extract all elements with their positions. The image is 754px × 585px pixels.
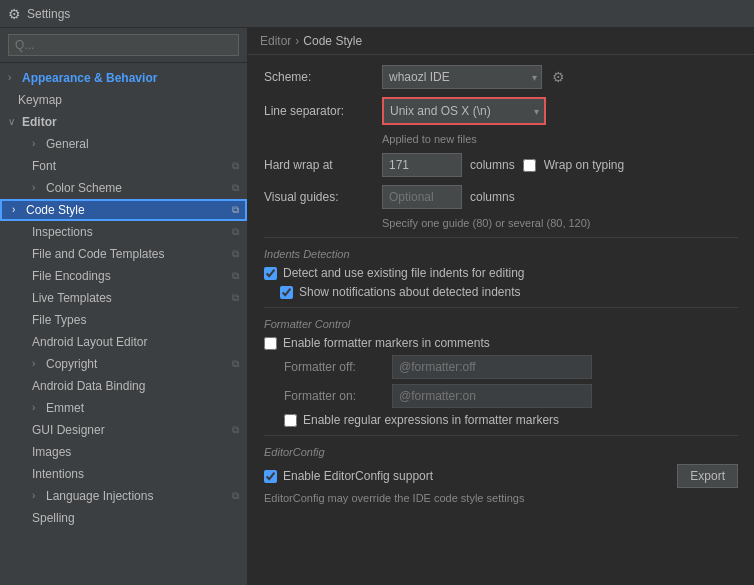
line-separator-label: Line separator: — [264, 104, 374, 118]
sidebar-item-keymap[interactable]: Keymap — [0, 89, 247, 111]
window-icon: ⚙ — [8, 6, 21, 22]
sidebar-item-appearance[interactable]: › Appearance & Behavior — [0, 67, 247, 89]
hard-wrap-row: Hard wrap at columns Wrap on typing — [264, 153, 738, 177]
detect-indents-label: Detect and use existing file indents for… — [283, 266, 524, 280]
copy-icon: ⧉ — [232, 355, 239, 373]
scheme-label: Scheme: — [264, 70, 374, 84]
sidebar-item-inspections[interactable]: Inspections ⧉ — [0, 221, 247, 243]
line-separator-select[interactable]: Unix and OS X (\n) — [384, 99, 544, 123]
sidebar-item-images[interactable]: Images — [0, 441, 247, 463]
show-notifications-checkbox[interactable] — [280, 286, 293, 299]
sidebar-item-file-code-templates[interactable]: File and Code Templates ⧉ — [0, 243, 247, 265]
hard-wrap-label: Hard wrap at — [264, 158, 374, 172]
copy-icon: ⧉ — [232, 421, 239, 439]
visual-guides-note: Specify one guide (80) or several (80, 1… — [382, 217, 738, 229]
copy-icon: ⧉ — [232, 267, 239, 285]
sidebar-item-language-injections[interactable]: › Language Injections ⧉ — [0, 485, 247, 507]
export-button[interactable]: Export — [677, 464, 738, 488]
copy-icon: ⧉ — [232, 487, 239, 505]
sidebar-item-font[interactable]: Font ⧉ — [0, 155, 247, 177]
search-input[interactable] — [8, 34, 239, 56]
wrap-on-typing-checkbox[interactable] — [523, 159, 536, 172]
columns-label: columns — [470, 158, 515, 172]
copy-icon: ⧉ — [232, 179, 239, 197]
copy-icon: ⧉ — [232, 223, 239, 241]
breadcrumb: Editor › Code Style — [248, 28, 754, 55]
formatter-on-input[interactable] — [392, 384, 592, 408]
editorconfig-row: Enable EditorConfig support Export — [264, 464, 738, 488]
chevron-down-icon: ∨ — [8, 113, 18, 131]
enable-formatter-row: Enable formatter markers in comments — [264, 336, 738, 350]
regex-formatter-checkbox[interactable] — [284, 414, 297, 427]
enable-editorconfig-checkbox[interactable] — [264, 470, 277, 483]
chevron-right-icon: › — [8, 69, 18, 87]
sidebar-item-editor[interactable]: ∨ Editor — [0, 111, 247, 133]
sidebar-label: Editor — [22, 113, 57, 131]
regex-formatter-label: Enable regular expressions in formatter … — [303, 413, 559, 427]
sidebar-item-spelling[interactable]: Spelling — [0, 507, 247, 529]
copy-icon: ⧉ — [232, 157, 239, 175]
sidebar-item-copyright[interactable]: › Copyright ⧉ — [0, 353, 247, 375]
formatter-on-label: Formatter on: — [284, 389, 384, 403]
detect-indents-checkbox[interactable] — [264, 267, 277, 280]
line-separator-row: Line separator: Unix and OS X (\n) — [264, 97, 738, 125]
sidebar-item-file-encodings[interactable]: File Encodings ⧉ — [0, 265, 247, 287]
sidebar-label: Inspections — [32, 223, 93, 241]
sidebar-label: File Types — [32, 311, 86, 329]
visual-guides-row: Visual guides: columns — [264, 185, 738, 209]
sidebar-label: Images — [32, 443, 71, 461]
visual-guides-input[interactable] — [382, 185, 462, 209]
scheme-gear-button[interactable]: ⚙ — [548, 67, 569, 87]
sidebar-item-emmet[interactable]: › Emmet — [0, 397, 247, 419]
copy-icon: ⧉ — [232, 201, 239, 219]
chevron-right-icon: › — [32, 179, 42, 197]
sidebar-item-live-templates[interactable]: Live Templates ⧉ — [0, 287, 247, 309]
sidebar-label: Spelling — [32, 509, 75, 527]
scheme-select[interactable]: whaozl IDE — [382, 65, 542, 89]
editorconfig-title: EditorConfig — [264, 446, 738, 458]
sidebar-label: Font — [32, 157, 56, 175]
sidebar-item-android-data-binding[interactable]: Android Data Binding — [0, 375, 247, 397]
chevron-right-icon: › — [12, 201, 22, 219]
chevron-right-icon: › — [32, 135, 42, 153]
detect-indents-row: Detect and use existing file indents for… — [264, 266, 738, 280]
formatter-off-label: Formatter off: — [284, 360, 384, 374]
formatter-off-row: Formatter off: — [284, 355, 738, 379]
sidebar-label: Keymap — [18, 91, 62, 109]
sidebar-item-general[interactable]: › General — [0, 133, 247, 155]
visual-guides-columns-label: columns — [470, 190, 515, 204]
hard-wrap-input[interactable] — [382, 153, 462, 177]
show-notifications-label: Show notifications about detected indent… — [299, 285, 520, 299]
line-separator-note: Applied to new files — [382, 133, 738, 145]
sidebar-label: Emmet — [46, 399, 84, 417]
sidebar-item-intentions[interactable]: Intentions — [0, 463, 247, 485]
copy-icon: ⧉ — [232, 245, 239, 263]
breadcrumb-parent: Editor — [260, 34, 291, 48]
sidebar-label: Live Templates — [32, 289, 112, 307]
sidebar: › Appearance & Behavior Keymap ∨ Editor … — [0, 28, 248, 585]
sidebar-item-code-style[interactable]: › Code Style ⧉ — [0, 199, 247, 221]
settings-window: ⚙ Settings › Appearance & Behavior Keyma… — [0, 0, 754, 585]
search-bar — [0, 28, 247, 63]
sidebar-item-file-types[interactable]: File Types — [0, 309, 247, 331]
breadcrumb-current: Code Style — [303, 34, 362, 48]
sidebar-tree: › Appearance & Behavior Keymap ∨ Editor … — [0, 63, 247, 585]
sidebar-label: GUI Designer — [32, 421, 105, 439]
sidebar-label: Intentions — [32, 465, 84, 483]
sidebar-label: Android Layout Editor — [32, 333, 147, 351]
sidebar-item-color-scheme[interactable]: › Color Scheme ⧉ — [0, 177, 247, 199]
sidebar-label: Appearance & Behavior — [22, 69, 157, 87]
wrap-on-typing-label: Wrap on typing — [544, 158, 625, 172]
sidebar-label: Copyright — [46, 355, 97, 373]
chevron-right-icon: › — [32, 487, 42, 505]
enable-formatter-label: Enable formatter markers in comments — [283, 336, 490, 350]
content-area: › Appearance & Behavior Keymap ∨ Editor … — [0, 28, 754, 585]
enable-formatter-checkbox[interactable] — [264, 337, 277, 350]
sidebar-item-gui-designer[interactable]: GUI Designer ⧉ — [0, 419, 247, 441]
enable-editorconfig-group: Enable EditorConfig support — [264, 469, 433, 483]
sidebar-label: Color Scheme — [46, 179, 122, 197]
copy-icon: ⧉ — [232, 289, 239, 307]
chevron-right-icon: › — [32, 355, 42, 373]
sidebar-item-android-layout-editor[interactable]: Android Layout Editor — [0, 331, 247, 353]
formatter-off-input[interactable] — [392, 355, 592, 379]
